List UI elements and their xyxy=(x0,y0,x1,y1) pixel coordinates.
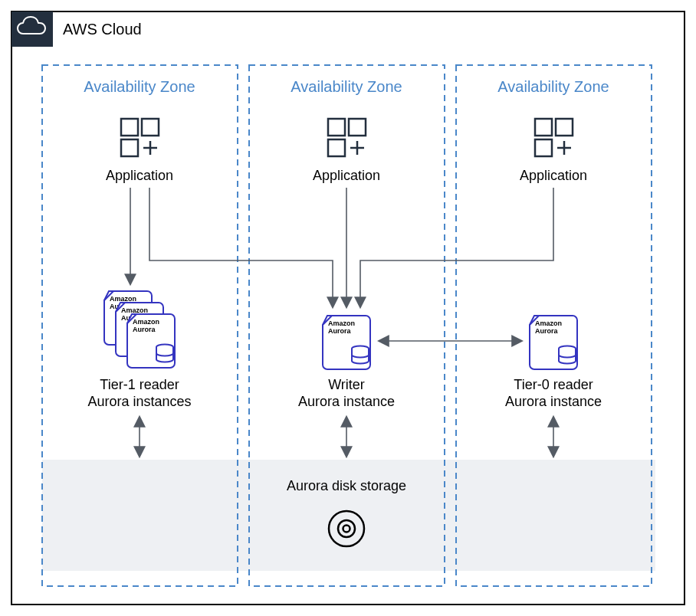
db2-label-l1: Writer xyxy=(328,377,365,392)
aurora-label-line1: Amazon xyxy=(133,318,159,326)
storage-label: Aurora disk storage xyxy=(287,478,406,493)
aurora-writer-instance: Amazon Aurora xyxy=(323,316,370,369)
aurora-instance-stack: Amazon Au Amazon Au Amazon Aurora xyxy=(104,291,175,368)
db2-label-l2: Aurora instance xyxy=(298,394,395,409)
svg-rect-16 xyxy=(535,119,552,136)
svg-text:Amazon: Amazon xyxy=(110,295,136,303)
svg-rect-10 xyxy=(328,119,345,136)
db1-label-l1: Tier-1 reader xyxy=(100,377,179,392)
svg-rect-1 xyxy=(142,119,159,136)
az3-title: Availability Zone xyxy=(497,78,609,95)
svg-rect-2 xyxy=(121,139,138,156)
aurora-label-line2: Aurora xyxy=(328,327,351,335)
svg-rect-12 xyxy=(328,139,345,156)
svg-rect-18 xyxy=(535,139,552,156)
app1-label: Application xyxy=(106,168,173,183)
application-icon xyxy=(535,119,573,156)
aurora-reader-instance: Amazon Aurora xyxy=(530,316,577,369)
svg-rect-0 xyxy=(121,119,138,136)
db1-label-l2: Aurora instances xyxy=(87,394,191,409)
application-icon xyxy=(121,119,159,156)
az2-title: Availability Zone xyxy=(291,78,402,95)
aurora-label-line1: Amazon xyxy=(535,319,562,327)
arrow-app1-to-writer xyxy=(149,188,333,306)
aurora-label-line2: Aurora xyxy=(535,327,558,335)
application-icon xyxy=(328,119,366,156)
svg-rect-17 xyxy=(556,119,573,136)
svg-rect-11 xyxy=(349,119,366,136)
az1-title: Availability Zone xyxy=(84,78,195,95)
aurora-label-line2: Aurora xyxy=(133,326,156,333)
app2-label: Application xyxy=(313,168,380,183)
app3-label: Application xyxy=(520,168,587,183)
aurora-label-line1: Amazon xyxy=(328,319,355,327)
db3-label-l2: Aurora instance xyxy=(505,394,602,409)
db3-label-l1: Tier-0 reader xyxy=(514,377,593,392)
aurora-storage-band xyxy=(42,460,655,571)
cloud-title: AWS Cloud xyxy=(63,21,142,38)
svg-text:Amazon: Amazon xyxy=(121,306,148,314)
